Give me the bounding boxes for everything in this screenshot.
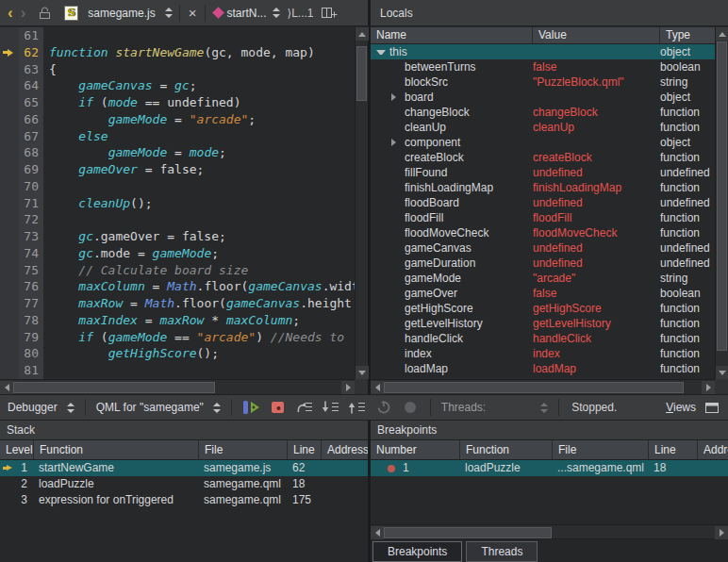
scroll-left-button[interactable]	[0, 381, 13, 394]
column-header[interactable]: Address	[698, 440, 728, 459]
locals-row[interactable]: handleClickhandleClickfunction	[371, 331, 715, 346]
column-header[interactable]: Function	[460, 440, 553, 459]
locals-row[interactable]: gameOverfalseboolean	[371, 286, 715, 301]
scroll-left-button[interactable]	[371, 381, 384, 394]
line-number[interactable]: 73	[19, 228, 43, 245]
close-document-button[interactable]: ×	[187, 5, 199, 21]
locals-row[interactable]: floodMoveCheckfloodMoveCheckfunction	[371, 225, 715, 240]
locals-horizontal-scrollbar[interactable]	[371, 379, 715, 394]
scroll-left-button[interactable]	[371, 526, 384, 539]
scrollbar-thumb[interactable]	[356, 46, 367, 101]
line-number[interactable]: 68	[19, 144, 43, 161]
locals-row[interactable]: gameMode"arcade"string	[371, 271, 715, 286]
tab-threads[interactable]: Threads	[466, 541, 538, 562]
step-out-button[interactable]	[346, 398, 369, 417]
line-number[interactable]: 72	[19, 211, 43, 228]
breakpoint-margin[interactable]	[0, 144, 19, 161]
line-number[interactable]: 64	[19, 77, 43, 94]
line-number[interactable]: 76	[19, 278, 43, 295]
locals-row[interactable]: indexindexfunction	[371, 346, 715, 361]
locals-row[interactable]: floodBoardundefinedundefined	[371, 195, 715, 210]
line-number[interactable]: 79	[19, 329, 43, 346]
column-header[interactable]: File	[553, 440, 649, 459]
scrollbar-thumb[interactable]	[384, 382, 684, 393]
editor-horizontal-scrollbar[interactable]	[0, 379, 355, 394]
locals-row[interactable]: floodFillfloodFillfunction	[371, 210, 715, 225]
line-number[interactable]: 78	[19, 312, 43, 329]
column-header[interactable]: Level	[0, 440, 34, 459]
line-number[interactable]: 77	[19, 295, 43, 312]
line-number[interactable]: 69	[19, 161, 43, 178]
breakpoint-margin[interactable]	[0, 211, 19, 228]
restart-debug-button[interactable]	[372, 398, 395, 417]
locals-row[interactable]: gameDurationundefinedundefined	[371, 256, 715, 271]
scroll-right-button[interactable]	[702, 381, 715, 394]
breakpoints-horizontal-scrollbar[interactable]	[371, 524, 728, 539]
breakpoint-margin[interactable]	[0, 195, 19, 212]
scroll-down-button[interactable]	[716, 366, 728, 379]
locals-row[interactable]: changeBlockchangeBlockfunction	[371, 105, 715, 120]
column-header[interactable]: Address	[322, 440, 368, 459]
scrollbar-thumb[interactable]	[384, 527, 552, 538]
scroll-up-button[interactable]	[356, 27, 369, 41]
back-button[interactable]: ‹	[4, 1, 17, 25]
editor-vertical-scrollbar[interactable]	[355, 27, 368, 379]
symbol-selector[interactable]: startN...	[226, 7, 266, 20]
continue-debug-button[interactable]	[240, 398, 263, 417]
line-number[interactable]: 75	[19, 262, 43, 279]
breakpoint-margin[interactable]	[0, 27, 19, 44]
breakpoint-margin[interactable]	[0, 94, 19, 111]
breakpoint-margin[interactable]	[0, 245, 19, 262]
expander-open-icon[interactable]	[376, 50, 386, 55]
line-number[interactable]: 63	[19, 61, 43, 78]
symbol-combo-arrows-icon[interactable]	[273, 8, 280, 18]
breakpoint-margin[interactable]	[0, 362, 19, 379]
line-number[interactable]: 66	[19, 111, 43, 128]
scrollbar-thumb[interactable]	[13, 382, 215, 393]
breakpoint-margin[interactable]	[0, 61, 19, 78]
breakpoint-row[interactable]: 1loadPuzzle...samegame.qml18	[371, 460, 728, 476]
open-file-name[interactable]: samegame.js	[88, 7, 155, 20]
column-header[interactable]: Type	[660, 27, 715, 43]
locals-row[interactable]: createBlockcreateBlockfunction	[371, 150, 715, 165]
locals-row[interactable]: getLevelHistorygetLevelHistoryfunction	[371, 316, 715, 331]
debug-target-combo[interactable]: QML for "samegame"	[92, 401, 224, 414]
locals-row[interactable]: boardobject	[371, 90, 715, 105]
locals-row[interactable]: finishLoadingMapfinishLoadingMapfunction	[371, 180, 715, 195]
column-header[interactable]: Value	[533, 27, 660, 43]
breakpoint-margin[interactable]	[0, 262, 19, 279]
line-number[interactable]: 74	[19, 245, 43, 262]
locals-row[interactable]: betweenTurnsfalseboolean	[371, 59, 715, 74]
stack-frame-row[interactable]: 1startNewGamesamegame.js62	[0, 460, 368, 476]
expander-closed-icon[interactable]	[391, 139, 396, 146]
file-combo-arrows-icon[interactable]	[165, 8, 173, 18]
line-number[interactable]: 61	[19, 27, 43, 44]
step-over-button[interactable]	[293, 398, 316, 417]
locals-row[interactable]: getHighScoregetHighScorefunction	[371, 301, 715, 316]
breakpoint-margin[interactable]	[0, 312, 19, 329]
step-into-button[interactable]	[320, 398, 342, 417]
breakpoint-margin[interactable]	[0, 44, 19, 61]
expander-closed-icon[interactable]	[391, 93, 396, 101]
line-number[interactable]: 67	[19, 128, 43, 145]
locals-row[interactable]: componentobject	[371, 135, 715, 150]
locals-row[interactable]: loadMaploadMapfunction	[371, 361, 715, 376]
locals-row[interactable]: cleanUpcleanUpfunction	[371, 120, 715, 135]
views-menu-icon[interactable]	[705, 403, 719, 413]
column-header[interactable]: File	[199, 440, 288, 459]
stack-frame-row[interactable]: 3expression for onTriggeredsamegame.qml1…	[0, 492, 368, 508]
column-header[interactable]: Line	[649, 440, 698, 459]
breakpoint-margin[interactable]	[0, 278, 19, 295]
column-header[interactable]: Name	[371, 27, 533, 43]
locals-vertical-scrollbar[interactable]	[715, 27, 728, 379]
line-number[interactable]: 65	[19, 94, 43, 111]
column-header[interactable]: Number	[371, 440, 460, 459]
breakpoint-margin[interactable]	[0, 111, 19, 128]
column-header[interactable]: Function	[34, 440, 199, 459]
debugger-engine-combo[interactable]: Debugger	[4, 401, 78, 414]
forward-button[interactable]: ›	[17, 1, 30, 25]
locals-row[interactable]: blockSrc"PuzzleBlock.qml"string	[371, 74, 715, 90]
scroll-right-button[interactable]	[341, 381, 355, 394]
record-log-button[interactable]	[399, 398, 422, 417]
breakpoint-margin[interactable]	[0, 178, 19, 195]
